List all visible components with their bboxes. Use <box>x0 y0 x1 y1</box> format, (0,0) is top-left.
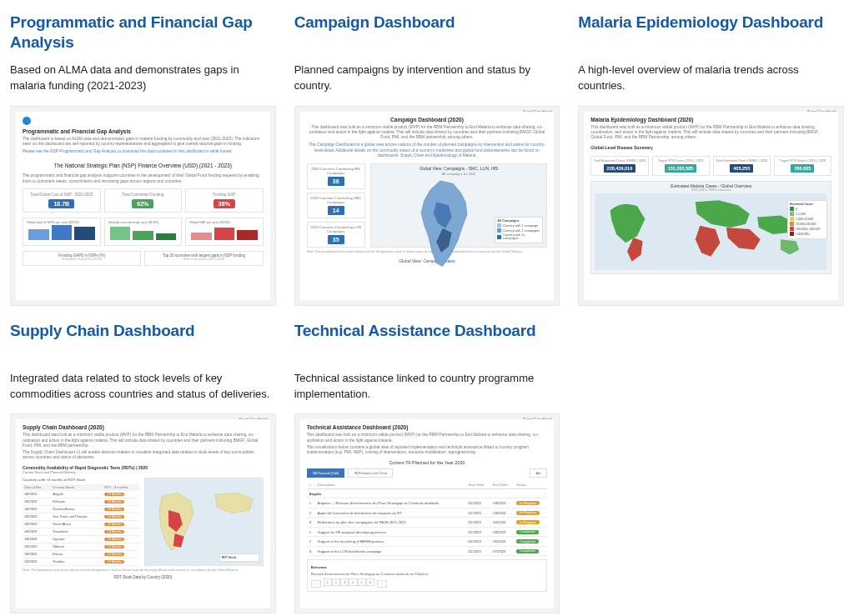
stat-label: Target GTS Deaths (25%) | 2020 <box>776 159 829 163</box>
map-subtitle: All campaigns for 2020 <box>371 172 547 176</box>
pager: ← 123456 → <box>311 580 544 588</box>
dashboard-cards-grid: Programmatic and Financial Gap Analysis … <box>10 13 844 613</box>
stat-label: Total Estimated Death (WMR) | 2020 <box>716 159 768 163</box>
thumb-text: This dashboard was built as a minimum vi… <box>590 125 831 141</box>
thumb-header: Malaria Epidemiology Dashboard (2020) <box>590 117 831 123</box>
thumb-text: The programmatic and financial gap analy… <box>23 173 264 183</box>
card-thumbnail[interactable]: Send Feedback Malaria Epidemiology Dashb… <box>578 106 844 306</box>
thumb-text: Current Stock and Planned Delivery <box>23 470 264 474</box>
table-row: 1/8/2020Swaziland<3 Months <box>23 528 139 535</box>
thumb-note: Note: The boundaries and names shown and… <box>23 568 264 572</box>
stat-card: Total Committed Funding 62% <box>104 188 183 213</box>
card-description: Planned campaigns by intervention and st… <box>294 63 560 94</box>
toolbar-item: Abc <box>530 468 547 478</box>
card-title[interactable]: Campaign Dashboard <box>294 13 560 54</box>
table-row: 1/8/2020Djibouti<3 Months <box>23 543 139 550</box>
map-subtitle: 2011-2019 | WHO estimates <box>591 188 831 192</box>
stat-label: 2020 Countries Conducting IRS Campaigns <box>310 167 362 175</box>
stat-value: 62% <box>132 199 153 208</box>
thumb-footer-cell: Top 20 countries with largest gaps in NS… <box>144 251 263 266</box>
table-row: 1/8/2020Eritrea<3 Months <box>23 550 139 558</box>
stat-value: 131,203,585 <box>665 164 697 173</box>
table-row: 2Support to the launching of MERM proces… <box>307 537 548 547</box>
stat-label: 2020 Countries Conducting LLIN Campaigns <box>310 225 362 233</box>
card-description: A high-level overview of malaria trends … <box>578 63 844 94</box>
thumb-text: This visualization below contains a glob… <box>307 445 548 455</box>
stat-card: 2020 Countries Conducting SMC Campaigns … <box>307 193 365 218</box>
table-row: 1Angolan — Revision d'evenements du Plan… <box>307 498 548 508</box>
stat-value: 35 <box>328 235 344 244</box>
stat-label: Total Committed Funding <box>108 193 178 197</box>
table-row: 1/8/2020Gambia<3 Months <box>23 558 139 565</box>
thumb-header: Technical Assistance Dashboard (2020) <box>307 424 548 430</box>
card-supply-chain: Supply Chain Dashboard Integrated data r… <box>10 321 276 614</box>
thumb-section-title: Current TA Planned for the Year 2020 <box>307 460 548 465</box>
mini-bar-chart: Global GAP per year ($USD) <box>185 218 264 246</box>
thumb-header: Campaign Dashboard (2020) <box>307 117 548 123</box>
map-africa: Global View: Campaigns - SMC, LLIN, IRS … <box>370 163 548 248</box>
card-technical-assistance: Technical Assistance Dashboard Technical… <box>294 321 560 614</box>
stat-value: 228,436,016 <box>604 164 636 173</box>
card-thumbnail[interactable]: Send Feedback Campaign Dashboard (2020) … <box>294 106 560 306</box>
stat-label: Target GTS Cases (25%) | 2020 <box>655 159 707 163</box>
table-row: 1Support for GF proposal developing proc… <box>307 527 548 537</box>
table-row: 3Support to the LLIN distribution campai… <box>307 546 548 556</box>
thumb-text: This dashboard was built as a minimum vi… <box>23 433 264 448</box>
card-programmatic-gap: Programmatic and Financial Gap Analysis … <box>10 13 276 306</box>
card-thumbnail[interactable]: Programmatic and Financial Gap Analysis … <box>10 106 276 306</box>
logo-icon <box>23 117 31 125</box>
thumb-text: The dashboard is based on ALMA data and … <box>23 137 264 147</box>
card-title[interactable]: Programmatic and Financial Gap Analysis <box>10 13 276 54</box>
table-row: 2Appel de l'execution de distribution de… <box>307 508 548 518</box>
ta-table: # Description Start Date End Date Status… <box>307 481 548 556</box>
stock-table: Date of Rec Country Name RDT - 3 months … <box>23 484 139 566</box>
thumb-header: Supply Chain Dashboard (2020) <box>23 424 264 430</box>
card-title[interactable]: Supply Chain Dashboard <box>10 321 276 363</box>
stat-label: Total Global Cost of NSP · 2021-2023 <box>27 193 97 197</box>
table-row: 1/8/2020Ethiopia<3 Months <box>23 498 139 505</box>
card-description: Based on ALMA data and demonstrates gaps… <box>10 63 276 94</box>
map-title: Global View: Campaigns - SMC, LLIN, IRS <box>371 166 547 171</box>
stat-card: Funding GAP 38% <box>185 188 264 213</box>
thumb-text: The Supply Chain Dashboard v1 will enabl… <box>23 450 264 460</box>
table-row: 1/8/2020Angola<3 Months <box>23 491 139 498</box>
stat-card: 2020 Countries Conducting IRS Campaigns … <box>307 163 365 189</box>
stat-value: 405,255 <box>730 164 753 173</box>
stat-label: 2020 Countries Conducting SMC Campaigns <box>310 196 362 204</box>
card-description: Integrated data related to stock levels … <box>10 371 276 403</box>
card-thumbnail[interactable]: Send Feedback Technical Assistance Dashb… <box>294 413 560 613</box>
mini-bar-chart: Globally committed per year ($USD) <box>104 218 183 246</box>
card-thumbnail[interactable]: Send Feedback Supply Chain Dashboard (20… <box>10 413 276 613</box>
table-row: 1/8/2020Guinea-Bissau<3 Months <box>23 505 139 513</box>
stat-value: 14 <box>328 206 344 215</box>
map-world: Estimated Malaria Cases - Global Overvie… <box>590 181 831 274</box>
table-row: 3Elaboration du plan des campagnes de PA… <box>307 518 548 528</box>
stat-value: 10.7B <box>48 199 74 208</box>
thumb-footer-cell: Funding GAPS in NSPs (%) Estimated Year … <box>23 251 141 266</box>
stat-card: Target GTS Cases (25%) | 2020 131,203,58… <box>652 156 710 177</box>
panel-title: Countries with <3 months of RDT Stock <box>23 478 139 482</box>
stat-value: 260,625 <box>791 164 814 173</box>
map-world: RDT Stock Availability by Country Quanti… <box>144 478 263 566</box>
thumb-text: This dashboard was built as a minimum vi… <box>307 433 548 443</box>
map-legend: RDT Stock <box>219 553 259 562</box>
stock-table-panel: Countries with <3 months of RDT Stock Da… <box>23 478 139 566</box>
thumb-link-text: Please see the NSP Programmatic and Gap … <box>23 149 264 154</box>
stat-value: 38% <box>214 199 235 208</box>
table-row: 1/8/2020South Africa<3 Months <box>23 520 139 528</box>
stat-card: 2020 Countries Conducting LLIN Campaigns… <box>307 222 365 248</box>
table-row: 1/8/2020Uganda<3 Months <box>23 535 139 543</box>
tab: TA Planned Line Chart <box>348 468 393 478</box>
stat-card: Target GTS Deaths (25%) | 2020 260,625 <box>774 156 831 177</box>
stat-card: Total Global Cost of NSP · 2021-2023 10.… <box>23 188 101 213</box>
thumb-section-title: Global-Level Disease Summary <box>590 145 831 151</box>
mini-bar-chart: Global total of NSPs per year ($USD) <box>23 218 101 246</box>
card-title[interactable]: Technical Assistance Dashboard <box>294 321 560 363</box>
thumb-text: This dashboard was built as a minimum vi… <box>307 125 548 141</box>
stat-card: Total Estimated Death (WMR) | 2020 405,2… <box>713 156 771 177</box>
card-title[interactable]: Malaria Epidemiology Dashboard <box>578 13 844 54</box>
card-description: Technical assistance linked to country p… <box>294 371 560 403</box>
map-legend: All Campaigns Country with 1 campaign Co… <box>495 217 543 243</box>
table-row: 1/8/2020Sao Tome and Principe<3 Months <box>23 513 139 520</box>
stat-value: 36 <box>328 177 344 186</box>
